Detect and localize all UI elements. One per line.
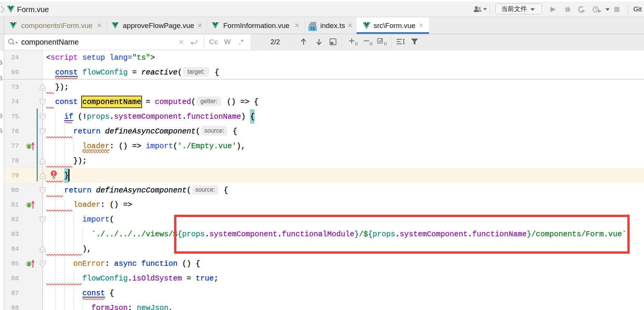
svg-text:II: II [384, 41, 387, 46]
svg-text:I: I [28, 203, 30, 208]
svg-text:I: I [28, 262, 30, 267]
svg-text:TS: TS [310, 27, 315, 31]
svg-text:II: II [355, 41, 358, 46]
svg-text:II: II [369, 41, 373, 46]
svg-text:I: I [28, 144, 30, 149]
